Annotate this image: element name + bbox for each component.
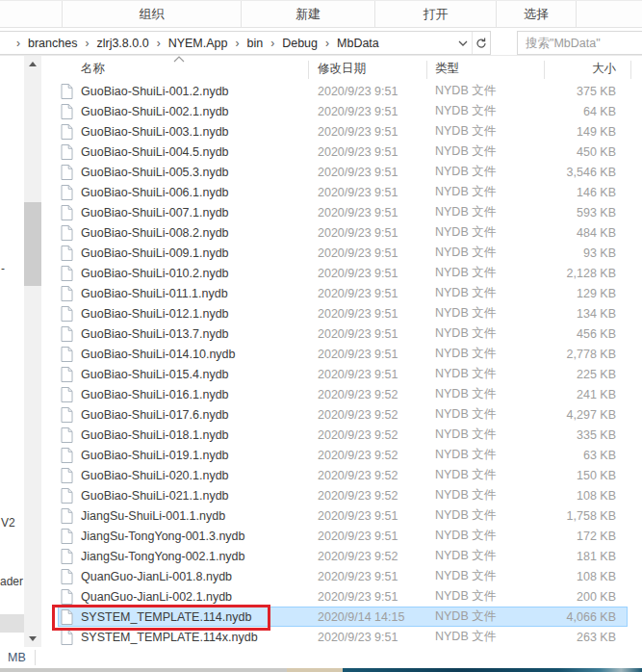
breadcrumb-item[interactable]: › NYEM.App bbox=[149, 37, 228, 50]
file-name: GuoBiao-ShuiLi-013.7.nydb bbox=[81, 327, 308, 341]
navpane-item-fragment[interactable]: - bbox=[1, 262, 5, 275]
file-row[interactable]: GuoBiao-ShuiLi-008.2.nydb 2020/9/23 9:51… bbox=[58, 222, 628, 243]
scroll-down-icon bbox=[29, 636, 37, 641]
file-name: GuoBiao-ShuiLi-006.1.nydb bbox=[81, 186, 308, 199]
file-row[interactable]: GuoBiao-ShuiLi-005.3.nydb 2020/9/23 9:51… bbox=[58, 162, 628, 182]
file-row[interactable]: QuanGuo-JianLi-002.1.nydb 2020/9/23 9:51… bbox=[58, 586, 628, 607]
column-divider[interactable] bbox=[630, 61, 631, 79]
file-row[interactable]: GuoBiao-ShuiLi-006.1.nydb 2020/9/23 9:51… bbox=[58, 182, 628, 202]
file-row[interactable]: GuoBiao-ShuiLi-012.1.nydb 2020/9/23 9:51… bbox=[58, 303, 628, 323]
file-row[interactable]: GuoBiao-ShuiLi-019.1.nydb 2020/9/23 9:52… bbox=[58, 445, 628, 465]
file-row[interactable]: GuoBiao-ShuiLi-015.4.nydb 2020/9/23 9:51… bbox=[58, 364, 628, 384]
file-size: 181 KB bbox=[544, 550, 626, 563]
file-icon bbox=[61, 488, 73, 504]
toolbar-new-button[interactable]: 新建 bbox=[241, 1, 374, 28]
file-row[interactable]: GuoBiao-ShuiLi-014.10.nydb 2020/9/23 9:5… bbox=[58, 344, 628, 364]
file-name: GuoBiao-ShuiLi-014.10.nydb bbox=[81, 348, 308, 361]
file-type: NYDB 文件 bbox=[426, 507, 544, 524]
file-date: 2020/9/23 9:51 bbox=[308, 590, 426, 604]
file-row[interactable]: GuoBiao-ShuiLi-010.2.nydb 2020/9/23 9:51… bbox=[58, 263, 628, 283]
file-size: 375 KB bbox=[544, 85, 626, 98]
file-size: 149 KB bbox=[544, 125, 626, 139]
file-type: NYDB 文件 bbox=[426, 123, 544, 140]
file-row[interactable]: JiangSu-TongYong-001.3.nydb 2020/9/23 9:… bbox=[58, 526, 628, 546]
navpane-item-fragment-v2[interactable]: V2 bbox=[1, 516, 15, 530]
breadcrumb-item[interactable]: › branches bbox=[9, 37, 77, 50]
address-dropdown-button[interactable] bbox=[454, 32, 472, 54]
breadcrumb-item[interactable]: › MbData bbox=[318, 37, 379, 50]
refresh-button[interactable] bbox=[473, 32, 490, 54]
file-row[interactable]: GuoBiao-ShuiLi-004.5.nydb 2020/9/23 9:51… bbox=[58, 142, 628, 162]
file-date: 2020/9/23 9:51 bbox=[308, 348, 426, 361]
file-size: 129 KB bbox=[544, 287, 626, 300]
file-row[interactable]: GuoBiao-ShuiLi-009.1.nydb 2020/9/23 9:51… bbox=[58, 243, 628, 263]
file-name: GuoBiao-ShuiLi-020.1.nydb bbox=[81, 469, 308, 482]
file-row[interactable]: GuoBiao-ShuiLi-002.1.nydb 2020/9/23 9:51… bbox=[58, 101, 628, 121]
breadcrumb-item-label: branches bbox=[28, 37, 77, 50]
file-row[interactable]: QuanGuo-JianLi-001.8.nydb 2020/9/23 9:51… bbox=[58, 566, 628, 586]
navpane-selected-item[interactable] bbox=[0, 614, 24, 633]
file-type: NYDB 文件 bbox=[426, 426, 544, 443]
file-date: 2020/9/23 9:52 bbox=[308, 408, 426, 422]
column-divider[interactable] bbox=[308, 61, 309, 79]
file-icon bbox=[61, 630, 73, 645]
breadcrumb-item[interactable]: › zlrj3.8.0.0 bbox=[77, 37, 148, 50]
file-date: 2020/9/14 14:15 bbox=[308, 610, 426, 624]
file-row[interactable]: GuoBiao-ShuiLi-003.1.nydb 2020/9/23 9:51… bbox=[58, 121, 628, 142]
column-header-size[interactable]: 大小 bbox=[544, 57, 626, 81]
file-row[interactable]: JiangSu-TongYong-002.1.nydb 2020/9/23 9:… bbox=[58, 546, 628, 566]
breadcrumb-separator-icon: › bbox=[16, 37, 20, 50]
file-row[interactable]: GuoBiao-ShuiLi-016.1.nydb 2020/9/23 9:52… bbox=[58, 384, 628, 404]
file-row[interactable]: GuoBiao-ShuiLi-013.7.nydb 2020/9/23 9:51… bbox=[58, 323, 628, 344]
search-input[interactable] bbox=[518, 32, 642, 54]
file-icon bbox=[61, 387, 73, 402]
address-bar[interactable]: › branches › zlrj3.8.0.0 › NYEM.App › bi… bbox=[0, 31, 491, 55]
file-row[interactable]: SYSTEM_TEMPLATE.114x.nydb 2020/9/23 9:51… bbox=[58, 627, 628, 647]
file-size: 2,778 KB bbox=[544, 348, 626, 361]
scrollbar-down-button[interactable] bbox=[24, 631, 41, 647]
taskbar-strip-segment bbox=[0, 668, 287, 672]
breadcrumb-separator-icon: › bbox=[270, 37, 274, 50]
file-type: NYDB 文件 bbox=[426, 366, 544, 382]
file-row[interactable]: JiangSu-ShuiLi-001.1.nydb 2020/9/23 9:51… bbox=[58, 505, 628, 526]
toolbar-organize-button[interactable]: 组织 bbox=[62, 1, 241, 28]
file-icon bbox=[61, 508, 73, 524]
scrollbar-up-button[interactable] bbox=[24, 56, 41, 72]
column-divider[interactable] bbox=[544, 61, 545, 79]
file-date: 2020/9/23 9:51 bbox=[308, 206, 426, 220]
file-name: GuoBiao-ShuiLi-004.5.nydb bbox=[81, 145, 308, 159]
status-divider bbox=[35, 650, 36, 665]
file-row[interactable]: GuoBiao-ShuiLi-017.6.nydb 2020/9/23 9:52… bbox=[58, 404, 628, 425]
column-header-date[interactable]: 修改日期 bbox=[308, 57, 426, 81]
file-row[interactable]: GuoBiao-ShuiLi-011.1.nydb 2020/9/23 9:51… bbox=[58, 283, 628, 303]
breadcrumb-item[interactable]: › Debug bbox=[263, 37, 318, 50]
file-row[interactable]: GuoBiao-ShuiLi-020.1.nydb 2020/9/23 9:52… bbox=[58, 465, 628, 485]
column-divider[interactable] bbox=[426, 61, 427, 79]
file-row[interactable]: SYSTEM_TEMPLATE.114.nydb 2020/9/14 14:15… bbox=[58, 607, 628, 627]
scrollbar-thumb[interactable] bbox=[24, 202, 41, 286]
file-row[interactable]: GuoBiao-ShuiLi-018.1.nydb 2020/9/23 9:52… bbox=[58, 425, 628, 445]
file-icon bbox=[61, 347, 73, 362]
file-type: NYDB 文件 bbox=[426, 83, 544, 99]
file-type: NYDB 文件 bbox=[426, 346, 544, 362]
navpane-scrollbar[interactable] bbox=[24, 56, 41, 647]
file-row[interactable]: GuoBiao-ShuiLi-007.1.nydb 2020/9/23 9:51… bbox=[58, 202, 628, 222]
file-row[interactable]: GuoBiao-ShuiLi-021.1.nydb 2020/9/23 9:52… bbox=[58, 485, 628, 505]
file-date: 2020/9/23 9:52 bbox=[308, 469, 426, 482]
file-icon bbox=[61, 225, 73, 241]
status-text: MB bbox=[8, 651, 26, 664]
file-row[interactable]: GuoBiao-ShuiLi-001.2.nydb 2020/9/23 9:51… bbox=[58, 81, 628, 101]
file-type: NYDB 文件 bbox=[426, 245, 544, 261]
toolbar-open-button[interactable]: 打开 bbox=[374, 1, 496, 28]
file-icon bbox=[61, 468, 73, 483]
breadcrumb-item[interactable]: › bin bbox=[227, 37, 263, 50]
file-date: 2020/9/23 9:52 bbox=[308, 428, 426, 442]
column-header-type[interactable]: 类型 bbox=[426, 57, 544, 81]
navpane-item-fragment-ader[interactable]: ader bbox=[0, 575, 23, 588]
column-header-name-label: 名称 bbox=[81, 61, 105, 77]
file-size: 2,128 KB bbox=[544, 267, 626, 280]
file-size: 64 KB bbox=[544, 105, 626, 118]
toolbar-select-button[interactable]: 选择 bbox=[496, 1, 577, 28]
sort-ascending-icon bbox=[173, 56, 185, 63]
file-size: 450 KB bbox=[544, 145, 626, 159]
